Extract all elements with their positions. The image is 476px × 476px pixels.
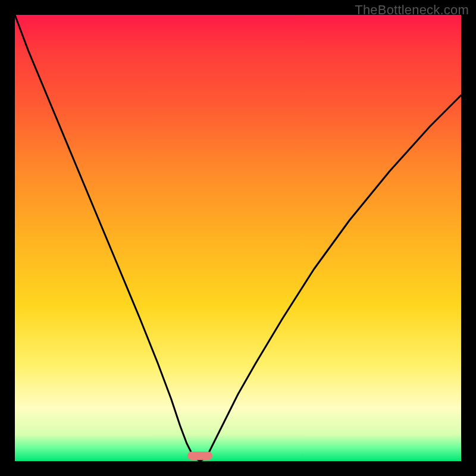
optimal-point-marker (187, 452, 212, 460)
watermark-text: TheBottleneck.com (355, 2, 469, 18)
bottleneck-curve-svg (15, 15, 461, 461)
bottleneck-curve-path (15, 15, 461, 461)
chart-frame: TheBottleneck.com (0, 0, 476, 476)
